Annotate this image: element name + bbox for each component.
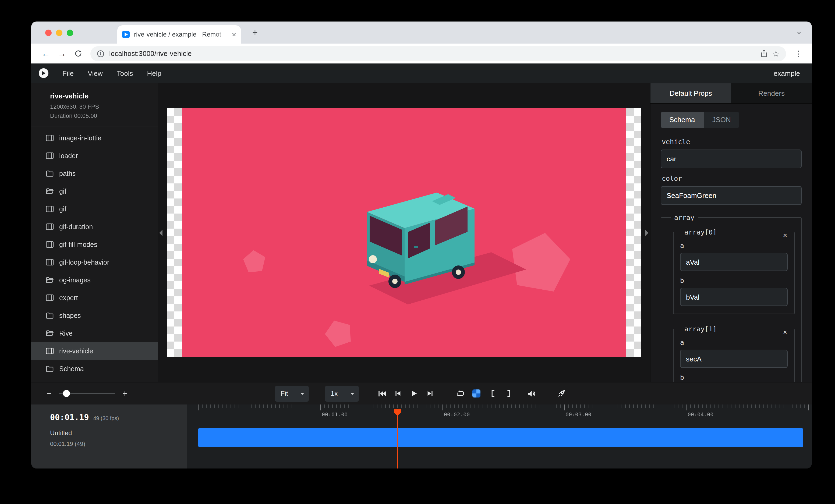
- sidebar-item-label: og-images: [59, 276, 91, 284]
- minimize-window-button[interactable]: [56, 29, 62, 36]
- tab-close-icon[interactable]: ×: [232, 31, 236, 38]
- sidebar-item-paths[interactable]: paths: [31, 165, 158, 182]
- out-point-icon[interactable]: [502, 386, 516, 400]
- sidebar-item-rive[interactable]: Rive: [31, 324, 158, 342]
- composition-resolution: 1200x630, 30 FPS: [50, 103, 150, 110]
- address-bar[interactable]: localhost:3000/rive-vehicle ☆: [90, 46, 786, 61]
- browser-menu-icon[interactable]: ⋮: [793, 49, 805, 58]
- reload-button[interactable]: [71, 46, 85, 61]
- share-icon[interactable]: [760, 49, 768, 58]
- zoom-in-icon[interactable]: +: [121, 388, 128, 398]
- preview-canvas-area: [158, 83, 650, 382]
- jump-to-end-button[interactable]: [423, 386, 437, 400]
- folder-open-icon: [46, 187, 54, 195]
- composition-info: rive-vehicle 1200x630, 30 FPS Duration 0…: [31, 83, 158, 126]
- zoom-out-icon[interactable]: −: [45, 388, 53, 398]
- tab-title: rive-vehicle / example - Remot: [134, 31, 228, 38]
- array1-a-input[interactable]: [680, 350, 788, 368]
- url-text[interactable]: localhost:3000/rive-vehicle: [109, 49, 755, 58]
- sidebar-item-label: image-in-lottie: [59, 134, 101, 142]
- sidebar-item-label: gif: [59, 205, 66, 213]
- back-button[interactable]: ←: [39, 46, 53, 61]
- vehicle-input[interactable]: [661, 149, 802, 168]
- project-name-label: example: [774, 69, 805, 77]
- film-icon: [46, 134, 54, 142]
- tab-default-props[interactable]: Default Props: [650, 83, 731, 103]
- close-window-button[interactable]: [45, 29, 52, 36]
- remotion-logo-icon[interactable]: [39, 68, 48, 78]
- toggle-schema[interactable]: Schema: [661, 112, 704, 128]
- timeline-tracks-area[interactable]: 00:01.00 00:02.00 00:03.00 00:04.00: [187, 404, 812, 468]
- array0-b-input[interactable]: [680, 288, 788, 306]
- sidebar-item-gif-folder[interactable]: gif: [31, 182, 158, 200]
- sidebar-item-label: expert: [59, 294, 78, 301]
- film-icon: [46, 258, 54, 266]
- field-label-b: b: [680, 276, 788, 285]
- remove-array-item-icon[interactable]: ×: [780, 328, 790, 337]
- color-input[interactable]: [661, 186, 802, 205]
- folder-icon: [46, 365, 54, 373]
- playback-controls-bar: − + Fit 1x: [31, 382, 812, 404]
- sidebar-item-image-in-lottie[interactable]: image-in-lottie: [31, 129, 158, 147]
- sidebar-item-gif-loop-behavior[interactable]: gif-loop-behavior: [31, 253, 158, 271]
- sidebar-item-gif[interactable]: gif: [31, 200, 158, 218]
- toggle-json[interactable]: JSON: [704, 112, 739, 128]
- film-icon: [46, 294, 54, 301]
- chevron-down-icon: [350, 392, 354, 395]
- menu-help[interactable]: Help: [140, 69, 169, 77]
- film-icon: [46, 205, 54, 213]
- browser-toolbar: ← → localhost:3000/rive-vehicle ☆ ⋮: [31, 44, 812, 63]
- field-label-b: b: [680, 373, 788, 381]
- jump-to-start-button[interactable]: [375, 386, 389, 400]
- composition-list: image-in-lottie loader paths gif: [31, 126, 158, 378]
- menu-file[interactable]: File: [56, 69, 81, 77]
- zoom-slider[interactable]: [59, 393, 115, 394]
- ruler-label: 00:01.00: [322, 412, 348, 417]
- sidebar-item-shapes[interactable]: shapes: [31, 307, 158, 324]
- array-item-legend: array[1]: [681, 325, 720, 333]
- sidebar-item-loader[interactable]: loader: [31, 147, 158, 165]
- sidebar-item-gif-duration[interactable]: gif-duration: [31, 218, 158, 236]
- tab-search-chevron-icon[interactable]: ⌄: [796, 27, 802, 36]
- folder-open-icon: [46, 276, 54, 284]
- array0-a-input[interactable]: [680, 253, 788, 271]
- loop-toggle-icon[interactable]: [453, 386, 467, 400]
- zoom-window-button[interactable]: [67, 29, 73, 36]
- forward-button[interactable]: →: [55, 46, 69, 61]
- in-point-icon[interactable]: [486, 386, 500, 400]
- previous-frame-button[interactable]: [391, 386, 405, 400]
- fit-dropdown[interactable]: Fit: [274, 385, 309, 401]
- collapse-right-panel-icon[interactable]: [645, 229, 648, 236]
- playback-speed-dropdown[interactable]: 1x: [325, 385, 359, 401]
- sidebar-item-schema[interactable]: Schema: [31, 360, 158, 378]
- remove-array-item-icon[interactable]: ×: [780, 231, 790, 240]
- sidebar-item-expert[interactable]: expert: [31, 289, 158, 307]
- browser-tab[interactable]: rive-vehicle / example - Remot ×: [117, 25, 241, 44]
- render-rocket-icon[interactable]: [554, 386, 568, 400]
- new-tab-button[interactable]: +: [248, 26, 262, 39]
- sidebar-item-rive-vehicle[interactable]: rive-vehicle: [31, 342, 158, 360]
- collapse-left-panel-icon[interactable]: [159, 229, 162, 236]
- playhead-handle[interactable]: [394, 409, 401, 416]
- menu-tools[interactable]: Tools: [110, 69, 140, 77]
- timeline: 00:01.19 49 (30 fps) Untitled 00:01.19 (…: [31, 404, 812, 468]
- site-info-icon[interactable]: [97, 50, 104, 57]
- timeline-track-bar[interactable]: [198, 428, 803, 447]
- zoom-slider-knob[interactable]: [63, 390, 70, 397]
- playhead[interactable]: [397, 410, 398, 468]
- transparency-checkerboard-toggle[interactable]: [469, 386, 483, 400]
- menu-view[interactable]: View: [81, 69, 110, 77]
- field-label-vehicle: vehicle: [662, 138, 802, 146]
- array-item-1: array[1] × a b: [673, 325, 795, 382]
- volume-icon[interactable]: [524, 386, 538, 400]
- tab-renders[interactable]: Renders: [731, 83, 812, 103]
- sidebar-item-og-images[interactable]: og-images: [31, 271, 158, 289]
- sidebar-item-label: gif-loop-behavior: [59, 258, 109, 266]
- play-button[interactable]: [407, 386, 421, 400]
- sidebar-item-gif-fill-modes[interactable]: gif-fill-modes: [31, 236, 158, 253]
- array-item-0: array[0] × a b: [673, 228, 795, 314]
- sidebar-item-label: Schema: [59, 365, 84, 373]
- bookmark-star-icon[interactable]: ☆: [772, 49, 779, 58]
- array-legend: array: [671, 213, 697, 222]
- folder-open-icon: [46, 330, 54, 337]
